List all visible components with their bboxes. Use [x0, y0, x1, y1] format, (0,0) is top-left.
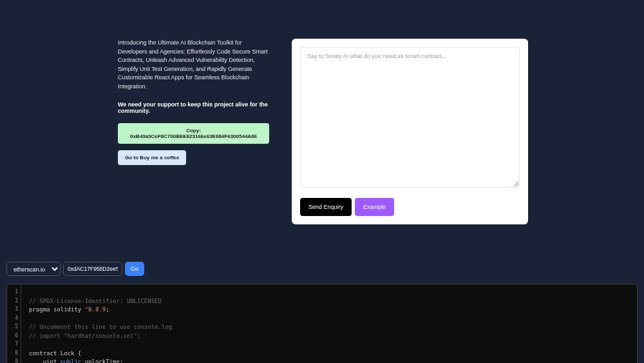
intro-panel: Introducing the Ultimate AI Blockchain T…: [118, 39, 269, 224]
send-enquiry-button[interactable]: Send Enquiry: [300, 198, 352, 216]
code-line: // SPDX-License-Identifier: UNLICENSED: [29, 297, 186, 306]
code-line: // import "hardhat/console.sol";: [29, 332, 186, 341]
support-text: We need your support to keep this projec…: [118, 101, 269, 114]
example-button[interactable]: Example: [355, 198, 394, 216]
line-number: 3: [7, 306, 18, 315]
code-line: [29, 288, 186, 297]
line-number: 4: [7, 315, 18, 324]
description-text: Introducing the Ultimate AI Blockchain T…: [118, 39, 269, 91]
code-line: contract Lock {: [29, 349, 186, 358]
code-line: [29, 340, 186, 349]
go-button[interactable]: Go: [125, 262, 144, 276]
line-number: 7: [7, 340, 18, 349]
enquiry-textarea[interactable]: [300, 47, 520, 188]
explorer-controls: etherscan.io Go: [0, 262, 644, 276]
code-line: pragma solidity ^0.8.9;: [29, 306, 186, 315]
line-number: 2: [7, 297, 18, 306]
line-number: 1: [7, 288, 18, 297]
contract-address-input[interactable]: [63, 262, 122, 276]
code-line: uint public unlockTime;: [29, 358, 186, 363]
enquiry-card: Send Enquiry Example: [292, 39, 528, 224]
explorer-select[interactable]: etherscan.io: [6, 262, 61, 276]
code-area[interactable]: // SPDX-License-Identifier: UNLICENSEDpr…: [21, 284, 194, 363]
line-number: 6: [7, 332, 18, 341]
copy-address-button[interactable]: Copy: 0xB43a3CeF8C700BEE823166e63E884F63…: [118, 123, 269, 144]
line-gutter: 12345678910111213141516: [7, 284, 21, 363]
buy-coffee-button[interactable]: Go to Buy me a coffee: [118, 150, 186, 165]
line-number: 5: [7, 323, 18, 332]
code-line: [29, 315, 186, 324]
code-line: // Uncomment this line to use console.lo…: [29, 323, 186, 332]
line-number: 8: [7, 349, 18, 358]
line-number: 9: [7, 358, 18, 363]
code-editor: 12345678910111213141516 // SPDX-License-…: [6, 284, 638, 363]
